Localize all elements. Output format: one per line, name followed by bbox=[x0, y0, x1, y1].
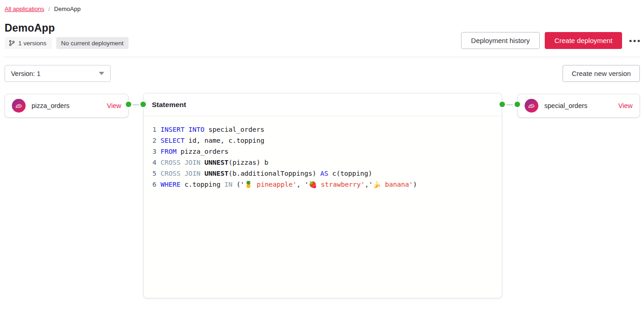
source-table-card[interactable]: pizza_orders View bbox=[5, 94, 129, 118]
app-page: All applications / DemoApp DemoApp 1 ver… bbox=[0, 0, 644, 313]
line-number: 3 bbox=[144, 146, 156, 157]
statement-title: Statement bbox=[144, 93, 502, 116]
no-deployment-badge: No current deployment bbox=[56, 37, 129, 49]
breadcrumb: All applications / DemoApp bbox=[5, 5, 80, 12]
source-view-link[interactable]: View bbox=[107, 102, 121, 109]
flink-table-icon bbox=[12, 99, 26, 113]
code-line: 5CROSS JOIN UNNEST(b.additionalToppings)… bbox=[144, 168, 502, 179]
sql-editor-lines: 1INSERT INTO special_orders2SELECT id, n… bbox=[144, 124, 502, 190]
breadcrumb-current: DemoApp bbox=[54, 5, 80, 12]
code-line: 1INSERT INTO special_orders bbox=[144, 124, 502, 135]
flow-diagram: pizza_orders View Statement 1INSERT INTO… bbox=[0, 93, 644, 303]
version-selector-value: Version: 1 bbox=[11, 70, 41, 77]
breadcrumb-separator: / bbox=[48, 5, 50, 12]
versions-badge: 1 versions bbox=[5, 37, 52, 49]
caret-down-icon bbox=[99, 72, 104, 75]
section-divider bbox=[5, 57, 639, 57]
git-branch-icon bbox=[9, 40, 15, 46]
flink-table-icon bbox=[525, 99, 538, 113]
line-number: 5 bbox=[144, 168, 156, 179]
sql-editor[interactable]: 1INSERT INTO special_orders2SELECT id, n… bbox=[144, 116, 502, 190]
code-line: 4CROSS JOIN UNNEST(pizzas) b bbox=[144, 157, 502, 168]
code-line: 6WHERE c.topping IN ('🍍 pineapple', '🍓 s… bbox=[144, 179, 502, 190]
connection-point bbox=[515, 102, 520, 107]
connection-point bbox=[140, 102, 146, 107]
deployment-history-button[interactable]: Deployment history bbox=[461, 32, 540, 49]
connection-point bbox=[126, 102, 131, 107]
statement-panel: Statement 1INSERT INTO special_orders2SE… bbox=[143, 93, 502, 298]
source-table-name: pizza_orders bbox=[32, 102, 107, 109]
connection-point bbox=[499, 102, 505, 107]
line-number: 1 bbox=[144, 124, 156, 135]
line-number: 6 bbox=[144, 179, 156, 190]
create-new-version-button[interactable]: Create new version bbox=[563, 65, 640, 82]
version-selector[interactable]: Version: 1 bbox=[5, 65, 111, 82]
code-line: 2SELECT id, name, c.topping bbox=[144, 135, 502, 146]
create-deployment-button[interactable]: Create deployment bbox=[545, 32, 622, 49]
target-view-link[interactable]: View bbox=[618, 102, 633, 109]
target-table-name: special_orders bbox=[544, 102, 618, 109]
no-deployment-badge-label: No current deployment bbox=[61, 40, 124, 47]
versions-badge-label: 1 versions bbox=[18, 40, 47, 47]
line-number: 2 bbox=[144, 135, 156, 146]
breadcrumb-all-applications[interactable]: All applications bbox=[5, 5, 44, 12]
code-line: 3FROM pizza_orders bbox=[144, 146, 502, 157]
line-number: 4 bbox=[144, 157, 156, 168]
target-table-card[interactable]: special_orders View bbox=[517, 94, 640, 118]
page-title: DemoApp bbox=[5, 22, 55, 34]
badge-row: 1 versions No current deployment bbox=[5, 37, 129, 49]
more-options-icon[interactable] bbox=[628, 36, 641, 46]
